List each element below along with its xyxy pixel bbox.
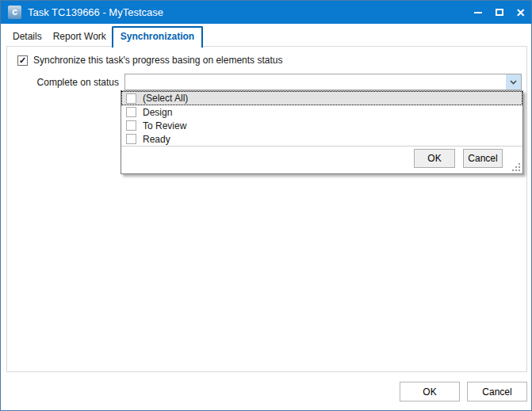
sync-checkbox-label: Synchronize this task's progress basing …	[33, 55, 282, 66]
window-title: Task TC139666 - MyTestcase	[28, 6, 163, 18]
titlebar[interactable]: c Task TC139666 - MyTestcase ✕	[1, 1, 531, 24]
synchronization-tab-panel: ✓ Synchronize this task's progress basin…	[6, 46, 527, 372]
list-item-label: Ready	[143, 134, 170, 145]
tab-synchronization[interactable]: Synchronization	[112, 26, 203, 48]
combo-value-input[interactable]	[125, 74, 506, 89]
design-checkbox[interactable]	[126, 107, 136, 117]
select-all-checkbox[interactable]	[126, 93, 136, 104]
sync-checkbox-row: ✓ Synchronize this task's progress basin…	[17, 55, 282, 66]
sync-checkbox[interactable]: ✓	[17, 55, 28, 66]
list-item-ready[interactable]: Ready	[121, 132, 522, 146]
status-dropdown-panel: (Select All) Design To Review Ready OK C…	[121, 90, 523, 174]
complete-on-status-combobox[interactable]	[124, 74, 522, 90]
complete-on-status-label: Complete on status	[7, 77, 119, 88]
list-item-label: To Review	[143, 120, 186, 131]
list-item-design[interactable]: Design	[121, 105, 522, 119]
close-icon: ✕	[516, 7, 526, 18]
cancel-button[interactable]: Cancel	[467, 382, 527, 401]
dropdown-ok-button[interactable]: OK	[414, 149, 455, 168]
maximize-icon	[496, 9, 503, 16]
tab-strip: Details Report Work Synchronization	[7, 25, 203, 47]
to-review-checkbox[interactable]	[126, 120, 136, 131]
close-button[interactable]: ✕	[510, 1, 531, 24]
chevron-down-icon	[510, 80, 517, 85]
tab-details[interactable]: Details	[7, 27, 48, 47]
list-item-label: (Select All)	[143, 93, 188, 104]
maximize-button[interactable]	[488, 1, 510, 24]
tab-report-work[interactable]: Report Work	[48, 27, 112, 47]
list-item-to-review[interactable]: To Review	[121, 119, 522, 132]
task-dialog-window: c Task TC139666 - MyTestcase ✕ Details R…	[0, 0, 532, 411]
resize-grip-icon	[519, 169, 520, 171]
resize-grip[interactable]	[512, 163, 521, 172]
ok-button[interactable]: OK	[400, 382, 460, 401]
list-item-label: Design	[143, 107, 172, 118]
ready-checkbox[interactable]	[126, 134, 136, 144]
dropdown-cancel-button[interactable]: Cancel	[463, 149, 503, 168]
window-controls: ✕	[467, 1, 531, 24]
dropdown-footer: OK Cancel	[121, 146, 522, 173]
minimize-button[interactable]	[467, 1, 488, 24]
app-icon: c	[8, 6, 21, 19]
status-list: (Select All) Design To Review Ready	[121, 91, 522, 147]
combo-dropdown-button[interactable]	[506, 74, 521, 89]
list-item-select-all[interactable]: (Select All)	[121, 91, 522, 105]
minimize-icon	[474, 12, 482, 13]
